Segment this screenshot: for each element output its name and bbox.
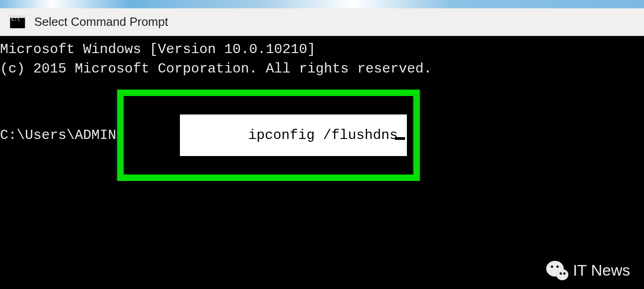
terminal-banner-line-1: Microsoft Windows [Version 10.0.10210] xyxy=(0,40,644,59)
terminal-prompt-row: C:\Users\ADMIN ipconfig /flushdns xyxy=(0,90,644,181)
watermark: IT News xyxy=(546,259,630,282)
cmd-icon xyxy=(9,15,26,29)
terminal-area[interactable]: Microsoft Windows [Version 10.0.10210] (… xyxy=(0,36,644,288)
terminal-command-input[interactable]: ipconfig /flushdns xyxy=(180,114,407,156)
desktop-sky-strip xyxy=(0,0,644,8)
command-highlight-box: ipconfig /flushdns xyxy=(117,90,420,181)
window-title: Select Command Prompt xyxy=(34,15,168,29)
terminal-command-text: ipconfig /flushdns xyxy=(248,127,398,143)
watermark-text: IT News xyxy=(573,259,630,282)
window-title-bar[interactable]: Select Command Prompt xyxy=(0,8,644,36)
terminal-prompt-path: C:\Users\ADMIN xyxy=(0,126,116,145)
terminal-cursor xyxy=(395,137,405,140)
terminal-banner-line-2: (c) 2015 Microsoft Corporation. All righ… xyxy=(0,59,644,78)
wechat-icon xyxy=(546,261,567,280)
